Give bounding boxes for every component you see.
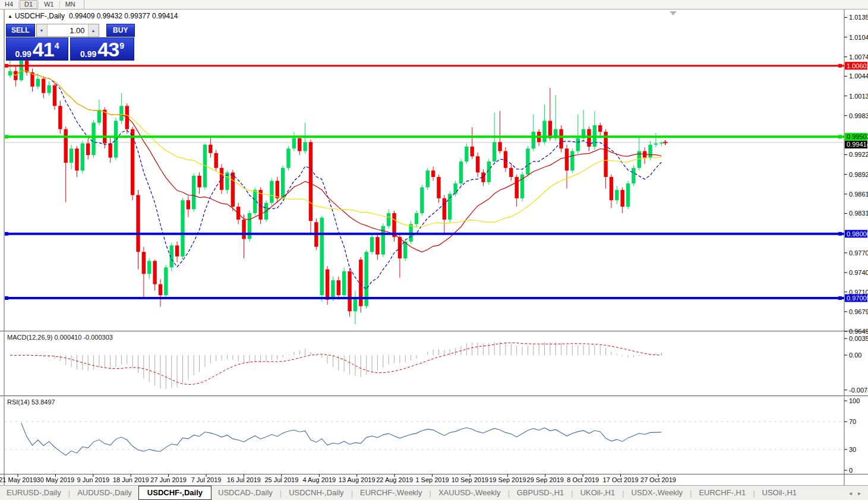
macd-scale-label: -0.00749 — [849, 387, 868, 394]
candle-body — [47, 86, 50, 93]
candle-body — [387, 213, 390, 226]
candle-body — [153, 261, 156, 284]
tab-scroll-right-icon[interactable]: ▸ — [858, 490, 861, 496]
price-tick-label: 0.98615 — [849, 191, 868, 198]
candle-body — [565, 148, 569, 170]
date-tick-label: 4 Aug 2019 — [302, 476, 336, 483]
symbol-tab-usdcad-daily[interactable]: USDCAD-,Daily — [212, 486, 279, 500]
symbol-tab-ukoil-h1[interactable]: UKOil-,H1 — [574, 486, 622, 500]
chart-canvas[interactable]: 1.013501.010451.007401.004401.001350.998… — [0, 0, 868, 500]
candle-body — [309, 142, 313, 221]
candle-body — [197, 176, 201, 188]
symbol-tab-gbpusd-h1[interactable]: GBPUSD-,H1 — [510, 486, 570, 500]
volume-decrease-icon[interactable]: ▼ — [37, 24, 48, 36]
candle-body — [331, 280, 334, 298]
timeframe-button-mn[interactable]: MN — [61, 0, 80, 9]
price-badge-1.00602: 1.00602 — [845, 62, 868, 69]
symbol-tab-audusd-daily[interactable]: AUDUSD-,Daily — [71, 486, 138, 500]
candle-body — [64, 129, 68, 163]
symbol-tabbar: EURUSD-,Daily|AUDUSD-,DailyUSDCHF-,Daily… — [0, 485, 868, 500]
candle-body — [192, 176, 195, 210]
symbol-tab-eurchf-weekly[interactable]: EURCHF-,Weekly — [353, 486, 429, 500]
price-tick-label: 0.96795 — [849, 308, 868, 315]
line-handle-right[interactable] — [838, 296, 842, 300]
candle-body — [326, 270, 329, 300]
date-tick-label: 10 Sep 2019 — [452, 476, 488, 483]
symbol-tab-xauusd-weekly[interactable]: XAUUSD-,Weekly — [432, 486, 507, 500]
candle-body — [91, 123, 95, 155]
line-handle-left[interactable] — [5, 296, 8, 300]
line-handle-left[interactable] — [5, 64, 8, 68]
candle-body — [175, 245, 179, 256]
price-tick-label: 1.01350 — [849, 14, 868, 21]
price-badge-0.97005: 0.97005 — [845, 294, 868, 302]
candle-body — [298, 138, 301, 151]
candle-body — [459, 162, 463, 183]
date-axis[interactable]: 21 May 201930 May 20199 Jun 201918 Jun 2… — [0, 474, 676, 483]
candle-body — [70, 148, 73, 163]
line-handle-right[interactable] — [838, 64, 842, 68]
line-handle-left[interactable] — [5, 135, 8, 138]
buy-button[interactable]: BUY — [106, 24, 135, 37]
price-badge-label: 0.99414 — [847, 141, 868, 148]
candle-body — [303, 142, 307, 151]
candle-body — [348, 271, 351, 311]
line-handle-right[interactable] — [838, 135, 842, 138]
sell-button[interactable]: SELL — [6, 24, 35, 37]
symbol-tab-usoil-h1[interactable]: USOil-,H1 — [756, 486, 804, 500]
line-handle-left[interactable] — [5, 232, 8, 236]
candle-body — [509, 168, 513, 177]
date-tick-label: 13 Aug 2019 — [339, 476, 375, 483]
candle-body — [147, 261, 151, 274]
candle-body — [415, 213, 418, 224]
candle-body — [270, 181, 273, 203]
symbol-tab-usdchf-daily[interactable]: USDCHF-,Daily — [138, 486, 212, 500]
symbol-tab-usdx-weekly[interactable]: USDX-,Weekly — [625, 486, 689, 500]
buy-price-tile[interactable]: 0.99 43 9 — [70, 37, 134, 61]
candle-body — [242, 220, 245, 239]
sell-price-sup: 4 — [55, 42, 59, 50]
candle-body — [654, 143, 658, 144]
timeframe-button-h4[interactable]: H4 — [0, 0, 18, 9]
price-badge-label: 0.97005 — [847, 295, 868, 302]
tab-scroll-left-icon[interactable]: ◂ — [849, 490, 852, 496]
candle-body — [220, 168, 223, 190]
timeframe-button-w1[interactable]: W1 — [39, 0, 59, 9]
symbol-tab-eurusd-daily[interactable]: EURUSD-,Daily — [0, 486, 68, 500]
timeframe-button-d1[interactable]: D1 — [20, 0, 37, 9]
price-badge-label: 1.00602 — [847, 62, 868, 69]
date-tick-label: 7 Jul 2019 — [191, 476, 222, 483]
macd-scale-label: 0.003574 — [849, 335, 868, 342]
line-handle-right[interactable] — [838, 232, 842, 236]
symbol-tab-usdcnh-daily[interactable]: USDCNH-,Daily — [282, 486, 350, 500]
chart-symbol-label: USDCHF-,Daily — [15, 12, 65, 20]
toolbar-separator — [18, 1, 19, 8]
candle-body — [276, 181, 279, 198]
tab-scroll-arrows: ◂▸ — [843, 490, 861, 496]
candle-body — [281, 168, 285, 198]
sell-price-tile[interactable]: 0.99 41 4 — [6, 37, 68, 61]
symbol-tab-eurchf-h1[interactable]: EURCHF-,H1 — [692, 486, 752, 500]
toolbar-separator — [38, 1, 39, 8]
date-tick-label: 29 Sep 2019 — [527, 476, 564, 483]
date-tick-label: 9 Jun 2019 — [77, 476, 109, 483]
mt4-chart-screen: { "toolbar": { "timeframes": [ {"label":… — [0, 0, 868, 500]
date-tick-label: 18 Jun 2019 — [113, 476, 149, 483]
candle-body — [498, 142, 501, 151]
candle-body — [515, 177, 518, 198]
rsi-scale-label: 100 — [849, 397, 860, 404]
candle-body — [342, 271, 346, 295]
price-tick-label: 0.97705 — [849, 249, 868, 257]
macd-scale-label: 0.00 — [849, 352, 861, 359]
volume-input[interactable] — [48, 24, 88, 36]
volume-increase-icon[interactable]: ▲ — [88, 24, 99, 36]
price-tick-label: 0.99225 — [849, 151, 868, 158]
candle-body — [209, 145, 212, 153]
candle-body — [431, 170, 435, 177]
date-tick-label: 27 Oct 2019 — [640, 476, 676, 483]
date-tick-label: 25 Jul 2019 — [264, 476, 298, 483]
date-tick-label: 1 Sep 2019 — [415, 476, 449, 483]
date-tick-label: 17 Oct 2019 — [603, 476, 639, 483]
candle-body — [114, 121, 118, 157]
candle-body — [248, 213, 251, 239]
